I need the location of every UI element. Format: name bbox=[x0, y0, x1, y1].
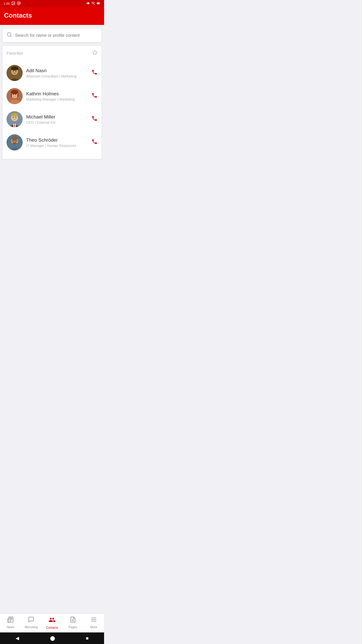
contact-info: Theo Schröder IT Manager | Human Resourc… bbox=[26, 137, 89, 148]
contact-info: Kathrin Holmes Marketing Manager | Marke… bbox=[26, 91, 89, 101]
avatar bbox=[7, 111, 23, 127]
contact-role: IT Manager | Human Resources bbox=[26, 144, 89, 148]
contact-name: Theo Schröder bbox=[26, 137, 89, 143]
svg-point-38 bbox=[12, 142, 17, 145]
contact-item[interactable]: Kathrin Holmes Marketing Manager | Marke… bbox=[7, 85, 98, 108]
contact-name: Adil Nasri bbox=[26, 68, 89, 73]
avatar bbox=[7, 88, 23, 104]
contact-name: Michael Miller bbox=[26, 114, 89, 120]
svg-point-19 bbox=[10, 100, 19, 104]
status-right bbox=[86, 1, 101, 6]
svg-rect-14 bbox=[11, 68, 18, 70]
avatar bbox=[7, 134, 23, 150]
svg-point-31 bbox=[11, 113, 18, 117]
status-left: 1:00 bbox=[4, 1, 21, 6]
search-icon bbox=[7, 32, 12, 39]
svg-point-15 bbox=[13, 71, 14, 72]
star-icon[interactable] bbox=[92, 50, 98, 57]
svg-point-25 bbox=[15, 94, 16, 95]
contact-role: CEO | External EN bbox=[26, 120, 89, 125]
vibrate-icon bbox=[86, 1, 90, 6]
svg-rect-23 bbox=[17, 94, 18, 97]
status-bar: 1:00 bbox=[0, 0, 104, 7]
svg-marker-8 bbox=[93, 50, 97, 55]
at-icon bbox=[17, 1, 21, 6]
search-input[interactable] bbox=[15, 33, 98, 38]
wifi-icon bbox=[91, 2, 95, 6]
contact-info: Adil Nasri Atlassian Consultant | Market… bbox=[26, 68, 89, 78]
image-icon bbox=[11, 1, 15, 6]
svg-point-37 bbox=[11, 136, 18, 140]
favorites-label: Favorites bbox=[7, 51, 23, 56]
svg-point-21 bbox=[11, 90, 18, 94]
page-title: Contacts bbox=[4, 12, 32, 19]
svg-point-2 bbox=[18, 3, 20, 4]
svg-point-32 bbox=[13, 117, 14, 118]
contact-name: Kathrin Holmes bbox=[26, 91, 89, 97]
phone-icon[interactable] bbox=[92, 92, 98, 100]
battery-icon bbox=[97, 2, 101, 6]
time-display: 1:00 bbox=[4, 2, 10, 6]
contact-info: Michael Miller CEO | External EN bbox=[26, 114, 89, 125]
contact-item[interactable]: Adil Nasri Atlassian Consultant | Market… bbox=[7, 61, 98, 85]
svg-line-7 bbox=[10, 36, 11, 37]
phone-icon[interactable] bbox=[92, 115, 98, 123]
svg-rect-5 bbox=[97, 3, 99, 4]
favorites-header: Favorites bbox=[7, 50, 98, 57]
svg-point-43 bbox=[16, 140, 17, 141]
search-bar[interactable] bbox=[3, 28, 102, 42]
svg-point-16 bbox=[15, 71, 16, 72]
svg-rect-22 bbox=[11, 94, 12, 97]
phone-icon[interactable] bbox=[92, 139, 98, 146]
contact-item[interactable]: Theo Schröder IT Manager | Human Resourc… bbox=[7, 131, 98, 154]
contact-role: Marketing Manager | Marketing bbox=[26, 97, 89, 101]
app-header: Contacts bbox=[0, 7, 104, 25]
svg-point-42 bbox=[13, 140, 14, 141]
svg-point-24 bbox=[13, 94, 14, 95]
svg-point-1 bbox=[13, 2, 13, 3]
favorites-card: Favorites bbox=[3, 46, 102, 159]
contact-item[interactable]: Michael Miller CEO | External EN bbox=[7, 108, 98, 131]
svg-point-33 bbox=[15, 117, 16, 118]
contact-role: Atlassian Consultant | Marketing bbox=[26, 74, 89, 78]
phone-icon[interactable] bbox=[92, 69, 98, 77]
svg-point-6 bbox=[7, 33, 11, 36]
avatar bbox=[7, 65, 23, 81]
